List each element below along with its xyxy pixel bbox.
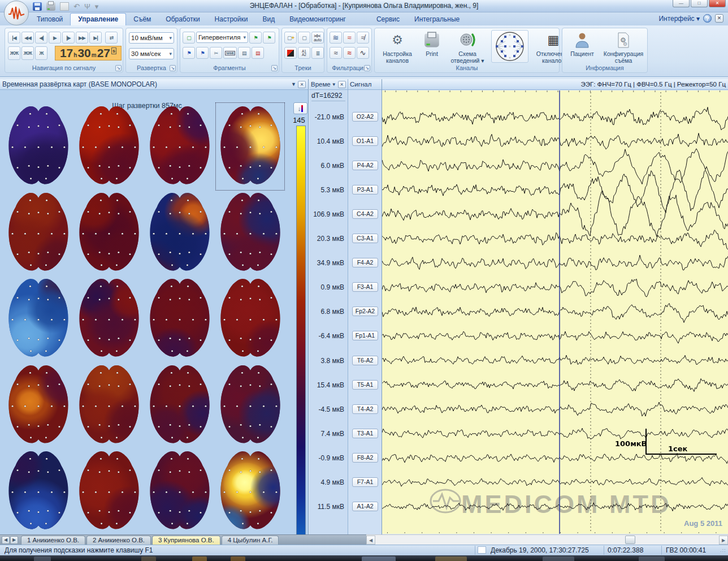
menu-tab-9[interactable]: Интегральные: [407, 14, 467, 25]
panel-collapse-icon[interactable]: ▼: [291, 81, 296, 87]
channel-button-T3-A1[interactable]: T3-A1: [352, 429, 378, 438]
channel-button-Fp1-A1[interactable]: Fp1-A1: [352, 331, 378, 340]
skip-end-button[interactable]: ▶|: [89, 32, 102, 44]
filter-off-button[interactable]: ≈: [343, 47, 356, 59]
filter-notch-button[interactable]: ≉: [357, 32, 369, 44]
topography-map-14[interactable]: [77, 363, 141, 447]
fragment-name-button[interactable]: NAME: [223, 47, 237, 59]
dialog-launcher-icon[interactable]: ↘: [170, 65, 176, 71]
flag-prev-button[interactable]: ⚑: [249, 32, 262, 44]
channel-button-O1-A1[interactable]: O1-A1: [352, 136, 378, 146]
patient-tab-2[interactable]: 2 Аникиенко О.В.: [86, 536, 151, 545]
interface-menu[interactable]: Интерфейс ▾: [658, 15, 700, 23]
topography-map-2[interactable]: [77, 103, 141, 188]
channel-button-C3-A1[interactable]: C3-A1: [352, 234, 378, 243]
print-button[interactable]: Print: [420, 31, 444, 57]
status-calendar-button[interactable]: [478, 546, 486, 554]
topography-map-12[interactable]: [219, 276, 282, 361]
fast-forward-button[interactable]: ▶▶: [76, 32, 88, 44]
patient-button[interactable]: Пациент: [565, 31, 600, 57]
filter-band-button[interactable]: ≈: [330, 47, 342, 59]
track-page-button[interactable]: ▢: [298, 32, 310, 44]
scroll-right-icon[interactable]: ▶: [719, 536, 728, 545]
menu-tab-6[interactable]: Вид: [255, 14, 282, 25]
channel-button-F3-A1[interactable]: F3-A1: [352, 282, 378, 292]
channel-button-F4-A2[interactable]: F4-A2: [352, 258, 378, 267]
flag-next-button[interactable]: ⚑: [263, 32, 275, 44]
scrollbar-thumb[interactable]: [625, 536, 635, 544]
insert-mark-button[interactable]: ⇄: [105, 32, 118, 44]
patient-tab-1[interactable]: 1 Аникиенко О.В.: [21, 536, 85, 545]
menu-tab-5[interactable]: Настройки: [207, 14, 255, 25]
fragment-cut-button[interactable]: ✂: [210, 47, 222, 59]
topography-map-18[interactable]: [77, 448, 141, 533]
topography-map-13[interactable]: [7, 363, 70, 447]
horizontal-scrollbar[interactable]: ◀ ▶: [366, 534, 728, 545]
filter-custom-button[interactable]: ∿: [357, 47, 369, 59]
topography-map-15[interactable]: [148, 363, 211, 447]
fragment-page-button[interactable]: ▢: [183, 32, 195, 44]
menu-tab-8[interactable]: Сервис: [369, 14, 407, 25]
fragment-end-button[interactable]: ⚑: [196, 47, 209, 59]
filter-highpass-button[interactable]: ≈: [343, 32, 356, 44]
channel-button-F7-A1[interactable]: F7-A1: [352, 477, 378, 487]
walk-clock-button[interactable]: Ж: [35, 46, 47, 60]
dialog-launcher-icon[interactable]: ↘: [115, 65, 122, 71]
colorbar-scale-button[interactable]: ↓: [293, 102, 307, 114]
channel-button-Fp2-A2[interactable]: Fp2-A2: [352, 307, 378, 316]
patient-tab-3[interactable]: 3 Куприянова О.В.: [152, 536, 220, 545]
track-auto-button[interactable]: >0<auto: [311, 32, 324, 44]
fragment-delete-button[interactable]: ▤: [252, 47, 264, 59]
channel-button-C4-A2[interactable]: C4-A2: [352, 209, 378, 219]
topography-map-17[interactable]: [7, 448, 70, 533]
acquisition-config-button[interactable]: ⚙⚙ Конфигурация съёма: [601, 31, 646, 64]
fragment-list-button[interactable]: ▤: [238, 47, 250, 59]
track-invert-button[interactable]: [284, 47, 297, 59]
maximize-button[interactable]: □: [691, 0, 708, 7]
document-close-icon[interactable]: ✕: [715, 14, 723, 23]
channel-button-O2-A2[interactable]: O2-A2: [352, 112, 378, 122]
topography-map-3[interactable]: [148, 103, 211, 188]
topography-map-16[interactable]: [219, 363, 282, 447]
topography-map-19[interactable]: [148, 448, 211, 533]
minimize-button[interactable]: —: [673, 0, 690, 7]
topography-map-7[interactable]: [148, 190, 211, 275]
step-back-button[interactable]: ◀|: [35, 32, 47, 44]
gain-select[interactable]: 10 мкВ/мм▾: [129, 32, 174, 44]
rewind-button[interactable]: ◀◀: [21, 32, 34, 44]
menu-tab-3[interactable]: Съём: [126, 14, 158, 25]
tab-scroll-right-icon[interactable]: ▶: [10, 536, 18, 544]
close-button[interactable]: ✕: [709, 0, 726, 7]
channel-button-P4-A2[interactable]: P4-A2: [352, 161, 378, 170]
patient-tab-4[interactable]: 4 Цыбулин А.Г.: [222, 536, 279, 545]
app-logo[interactable]: [4, 1, 29, 25]
fragment-type-select[interactable]: Гипервентиляц ▾: [196, 32, 248, 43]
fragment-start-button[interactable]: ⚑: [183, 47, 195, 59]
speed-select[interactable]: 30 мм/сек▾: [129, 48, 174, 59]
channel-button-T6-A2[interactable]: T6-A2: [352, 356, 378, 365]
topography-map-1[interactable]: [7, 103, 70, 188]
skip-start-button[interactable]: |◀: [8, 32, 20, 44]
topography-map-20[interactable]: [219, 448, 282, 533]
channel-button-F8-A2[interactable]: F8-A2: [352, 453, 378, 463]
menu-tab-4[interactable]: Обработки: [158, 14, 207, 25]
track-reference-button[interactable]: A1A2: [298, 47, 310, 59]
play-button[interactable]: ▶: [49, 32, 61, 44]
scroll-left-icon[interactable]: ◀: [366, 536, 375, 545]
topography-map-8[interactable]: [219, 190, 282, 275]
chevron-down-icon[interactable]: ▼: [332, 82, 336, 87]
montage-preview[interactable]: [491, 30, 528, 63]
filter-lowpass-button[interactable]: ≋: [330, 32, 342, 44]
walk-pair-button[interactable]: ЖЖ: [8, 46, 20, 60]
menu-tab-1[interactable]: Типовой: [29, 14, 70, 25]
channel-button-T4-A2[interactable]: T4-A2: [352, 404, 378, 414]
topography-map-10[interactable]: [77, 276, 141, 361]
topography-map-11[interactable]: [148, 276, 211, 361]
tab-scroll-left-icon[interactable]: ◀: [2, 536, 10, 544]
channel-button-A1-A2[interactable]: A1-A2: [352, 502, 378, 511]
topography-map-6[interactable]: [77, 190, 141, 275]
track-link-button[interactable]: ≣: [311, 47, 324, 59]
menu-tab-2[interactable]: Управление: [70, 13, 126, 25]
channel-setup-button[interactable]: ⚙ Настройка каналов: [377, 31, 418, 64]
time-column-close-icon[interactable]: ✕: [338, 81, 346, 88]
